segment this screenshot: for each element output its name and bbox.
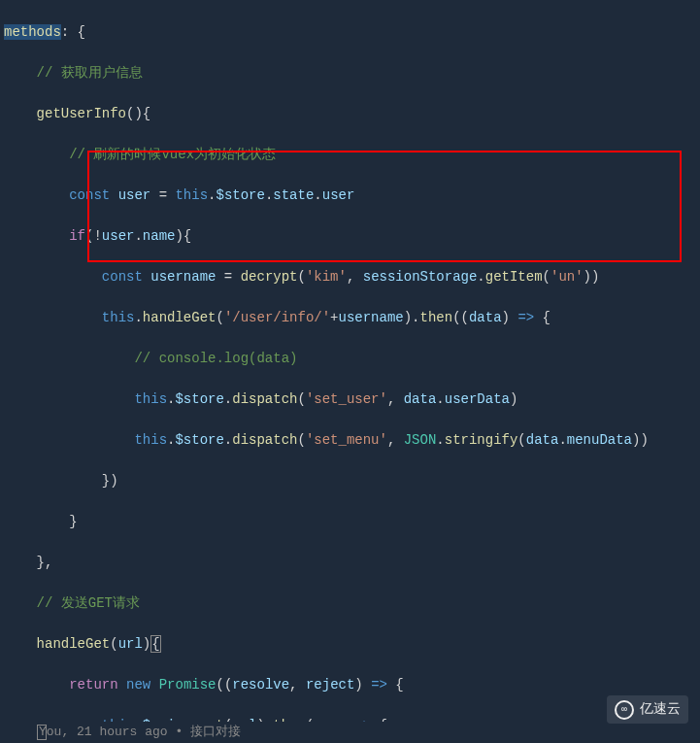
code-line[interactable]: return new Promise((resolve, reject) => …: [4, 675, 700, 695]
code-line[interactable]: // 发送GET请求: [4, 593, 700, 614]
watermark-text: 亿速云: [640, 699, 681, 720]
code-line[interactable]: },: [4, 553, 700, 573]
code-line[interactable]: }): [4, 471, 700, 491]
code-line[interactable]: }: [4, 512, 700, 532]
code-line[interactable]: this.$store.dispatch('set_menu', JSON.st…: [4, 430, 700, 451]
code-line[interactable]: const username = decrypt('kim', sessionS…: [4, 267, 700, 287]
code-line[interactable]: handleGet(url){: [4, 634, 700, 655]
code-line[interactable]: // 刷新的时候vuex为初始化状态: [4, 145, 700, 165]
git-blame-text: You, 21 hours ago • 接口对接: [39, 723, 241, 742]
code-editor[interactable]: methods: { // 获取用户信息 getUserInfo(){ // 刷…: [0, 0, 700, 743]
code-line[interactable]: methods: {: [4, 22, 700, 43]
code-line[interactable]: this.handleGet('/user/info/'+username).t…: [4, 308, 700, 328]
code-line[interactable]: getUserInfo(){: [4, 104, 700, 124]
cursor-indicator: [37, 725, 47, 740]
status-bar: You, 21 hours ago • 接口对接: [0, 722, 700, 743]
code-line[interactable]: this.$store.dispatch('set_user', data.us…: [4, 389, 700, 410]
code-line[interactable]: // 获取用户信息: [4, 63, 700, 84]
watermark: ∞ 亿速云: [607, 695, 688, 724]
cloud-icon: ∞: [615, 700, 634, 720]
code-line[interactable]: const user = this.$store.state.user: [4, 186, 700, 206]
code-line[interactable]: if(!user.name){: [4, 226, 700, 247]
code-line[interactable]: // console.log(data): [4, 349, 700, 369]
